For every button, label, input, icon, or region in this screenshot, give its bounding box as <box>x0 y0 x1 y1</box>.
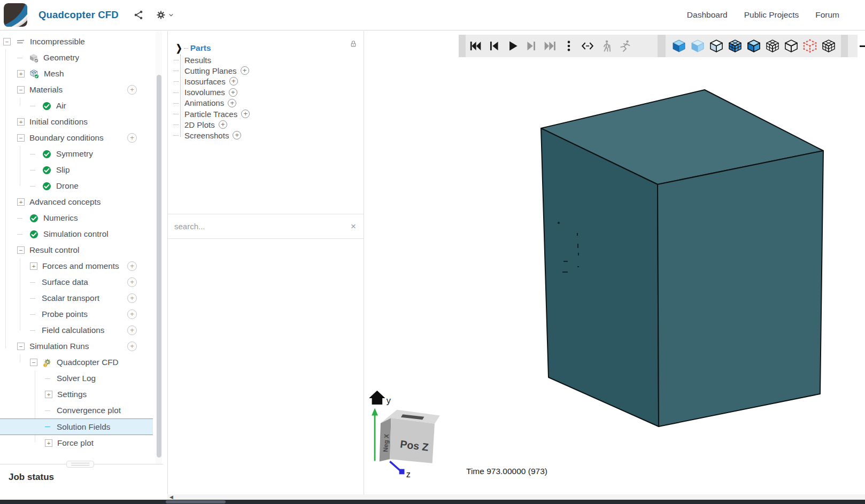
post-tree-item-results[interactable]: Results <box>174 55 347 65</box>
add-button[interactable]: + <box>127 277 137 287</box>
sim-tree-item-boundary-conditions[interactable]: −Boundary conditions+ <box>0 130 155 146</box>
sim-tree-item-surface-data[interactable]: Surface data+ <box>0 274 155 290</box>
play-button[interactable] <box>503 36 522 56</box>
nav-public-projects[interactable]: Public Projects <box>744 10 799 20</box>
cube-surface-edges-button[interactable] <box>707 36 725 56</box>
cube-points-button[interactable] <box>800 36 819 56</box>
post-tree-item-screenshots[interactable]: Screenshots+ <box>174 130 347 141</box>
collapse-toggle-icon[interactable]: − <box>17 134 25 142</box>
expand-toggle-icon[interactable]: + <box>45 439 52 447</box>
add-button[interactable]: + <box>241 110 250 118</box>
sim-tree-item-drone[interactable]: Drone <box>0 178 155 194</box>
add-button[interactable]: + <box>127 293 137 303</box>
add-button[interactable]: + <box>219 120 227 129</box>
post-tree-item-isovolumes[interactable]: Isovolumes+ <box>174 87 347 98</box>
expand-toggle-icon[interactable]: + <box>30 262 37 270</box>
collapse-toggle-icon[interactable]: − <box>17 246 25 254</box>
expand-toggle-icon[interactable]: + <box>17 70 25 77</box>
sim-tree-item-materials[interactable]: −Materials+ <box>0 82 155 98</box>
sim-tree-item-symmetry[interactable]: Symmetry <box>0 146 155 162</box>
sim-tree-item-slip[interactable]: Slip <box>0 162 155 178</box>
sim-tree-item-force-plot[interactable]: +Force plot <box>0 435 155 451</box>
cube-surface-mesh-button[interactable] <box>725 36 744 56</box>
scroll-left-arrow-icon[interactable]: ◀ <box>169 494 173 500</box>
add-button[interactable]: + <box>241 66 249 75</box>
collapse-toggle-icon[interactable]: − <box>3 38 11 45</box>
skip-to-end-button[interactable] <box>540 36 559 56</box>
sim-tree-item-simulation-runs[interactable]: −Simulation Runs+ <box>0 338 155 354</box>
box-right-face[interactable] <box>658 151 823 427</box>
cube-wireframe-mesh-button[interactable] <box>763 36 782 56</box>
add-button[interactable]: + <box>229 88 237 97</box>
post-tree-root[interactable]: ❯ Parts <box>174 42 347 55</box>
more-vertical-button[interactable] <box>559 36 578 56</box>
nav-forum[interactable]: Forum <box>815 10 839 20</box>
sim-tree-item-solution-fields[interactable]: Solution Fields <box>0 418 153 435</box>
add-button[interactable]: + <box>127 309 137 319</box>
bottom-scrollbar-thumb[interactable] <box>166 500 226 503</box>
post-tree-item-isosurfaces[interactable]: Isosurfaces+ <box>174 76 347 87</box>
lock-icon[interactable] <box>349 38 358 49</box>
horizontal-scrollbar[interactable]: ◀ <box>167 494 865 500</box>
cube-surface-button[interactable] <box>744 36 763 56</box>
expand-arrow-icon[interactable]: ❯ <box>176 43 182 53</box>
panel-resize-handle[interactable] <box>66 461 94 468</box>
expand-toggle-icon[interactable]: + <box>17 118 25 126</box>
truncated-toolbar-icon[interactable] <box>860 45 865 47</box>
walk-mode-button[interactable] <box>597 36 615 56</box>
step-back-button[interactable] <box>484 36 503 56</box>
cube-wireframe-button[interactable] <box>782 36 800 56</box>
sim-tree-item-result-control[interactable]: −Result control <box>0 242 155 258</box>
add-button[interactable]: + <box>228 99 236 107</box>
frame-range-button[interactable] <box>578 36 597 56</box>
add-button[interactable]: + <box>127 342 137 351</box>
cube-translucent-button[interactable] <box>688 36 707 56</box>
add-button[interactable]: + <box>233 131 241 139</box>
post-tree-item-2d-plots[interactable]: 2D Plots+ <box>174 119 347 130</box>
post-tree-item-animations[interactable]: Animations+ <box>174 98 347 108</box>
collapse-toggle-icon[interactable]: − <box>17 343 25 350</box>
add-button[interactable]: + <box>127 133 137 143</box>
sim-tree-item-mesh[interactable]: +Mesh <box>0 66 155 82</box>
step-forward-button[interactable] <box>522 36 540 56</box>
toolbar-drag-handle[interactable] <box>658 35 666 57</box>
cube-grid-button[interactable] <box>819 36 838 56</box>
collapse-toggle-icon[interactable]: − <box>30 359 37 366</box>
sim-tree-item-initial-conditions[interactable]: +Initial conditions <box>0 114 155 130</box>
expand-toggle-icon[interactable]: + <box>17 198 25 206</box>
sim-tree-item-numerics[interactable]: Numerics <box>0 210 155 226</box>
add-button[interactable]: + <box>127 325 137 335</box>
run-mode-button[interactable] <box>615 36 634 56</box>
skip-to-start-button[interactable] <box>466 36 484 56</box>
sim-tree-item-solver-log[interactable]: Solver Log <box>0 370 155 386</box>
simscale-logo-icon[interactable] <box>4 3 27 27</box>
collapse-toggle-icon[interactable]: − <box>17 86 25 94</box>
sidebar-scrollbar-thumb[interactable] <box>157 75 161 458</box>
post-tree-item-particle-traces[interactable]: Particle Traces+ <box>174 108 347 119</box>
expand-toggle-icon[interactable]: + <box>45 391 52 398</box>
toolbar-drag-handle[interactable] <box>459 35 466 57</box>
add-button[interactable]: + <box>127 85 137 95</box>
bottom-scrollbar[interactable] <box>0 500 865 504</box>
sim-tree-item-air[interactable]: Air <box>0 98 155 114</box>
sim-tree-item-simulation-control[interactable]: Simulation control <box>0 226 155 242</box>
clear-search-icon[interactable]: × <box>351 222 356 231</box>
sim-tree-item-probe-points[interactable]: Probe points+ <box>0 306 155 322</box>
add-button[interactable]: + <box>229 77 238 86</box>
sim-tree-item-field-calculations[interactable]: Field calculations+ <box>0 322 155 338</box>
nav-dashboard[interactable]: Dashboard <box>687 10 728 20</box>
home-icon[interactable] <box>369 391 385 405</box>
sim-tree-item-advanced-concepts[interactable]: +Advanced concepts <box>0 194 155 210</box>
share-button[interactable] <box>133 10 144 20</box>
post-tree-item-cutting-planes[interactable]: Cutting Planes+ <box>174 65 347 76</box>
sim-tree-item-forces-and-moments[interactable]: +Forces and moments+ <box>0 258 155 274</box>
sim-tree-item-scalar-transport[interactable]: Scalar transport+ <box>0 290 155 306</box>
sim-tree-item-geometry[interactable]: Geometry <box>0 50 155 66</box>
toolbar-drag-handle[interactable] <box>841 35 848 57</box>
sim-tree-item-incompressible[interactable]: −Incompressible <box>0 34 155 50</box>
cube-solid-button[interactable] <box>669 36 688 56</box>
sim-tree-item-settings[interactable]: +Settings <box>0 386 155 402</box>
search-input[interactable] <box>168 221 351 231</box>
viewport-3d[interactable]: y Pos Z Neg X z Time 973.00000 (973) <box>365 31 865 494</box>
sim-tree-item-convergence-plot[interactable]: Convergence plot <box>0 402 155 418</box>
